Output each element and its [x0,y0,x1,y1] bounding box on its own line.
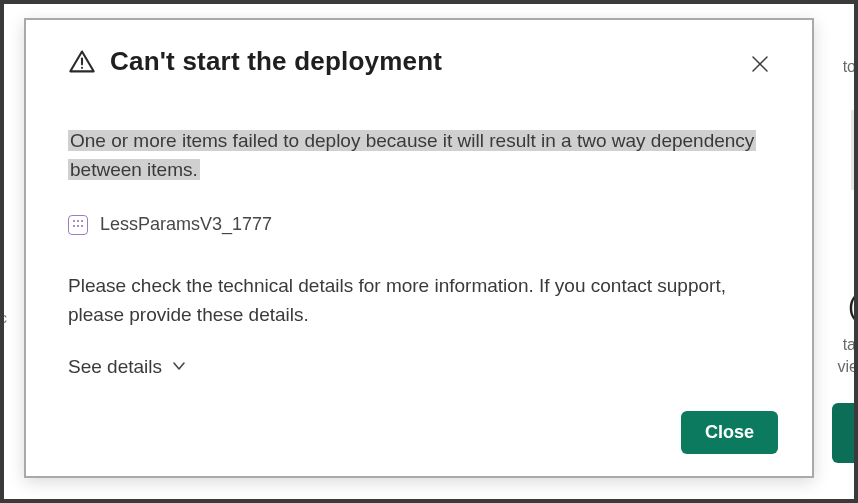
bg-fragment: ta [843,336,856,354]
bg-fragment: ( [848,290,858,322]
support-text: Please check the technical details for m… [68,271,778,330]
failed-item-name: LessParamsV3_1777 [100,211,272,239]
bg-button-fragment [832,403,858,463]
deployment-error-dialog: Can't start the deployment One or more i… [24,18,814,478]
dialog-body: One or more items failed to deploy becau… [68,126,778,381]
chevron-down-icon [172,359,186,373]
failed-item-row: LessParamsV3_1777 [68,211,778,239]
close-button[interactable]: Close [681,411,778,454]
see-details-toggle[interactable]: See details [68,352,186,381]
bg-fragment: vie [838,358,858,376]
warning-icon [68,48,96,76]
dialog-header: Can't start the deployment [68,46,778,82]
dialog-footer: Close [68,393,778,454]
error-message: One or more items failed to deploy becau… [68,130,756,180]
bg-fragment: to [843,58,856,76]
dataset-icon [68,215,88,235]
dialog-title: Can't start the deployment [110,46,442,77]
close-icon[interactable] [742,46,778,82]
bg-fragment: c [0,310,7,326]
see-details-label: See details [68,352,162,381]
dialog-title-wrap: Can't start the deployment [68,46,742,77]
bg-scrollbar-fragment [851,110,858,190]
svg-point-1 [81,66,83,68]
